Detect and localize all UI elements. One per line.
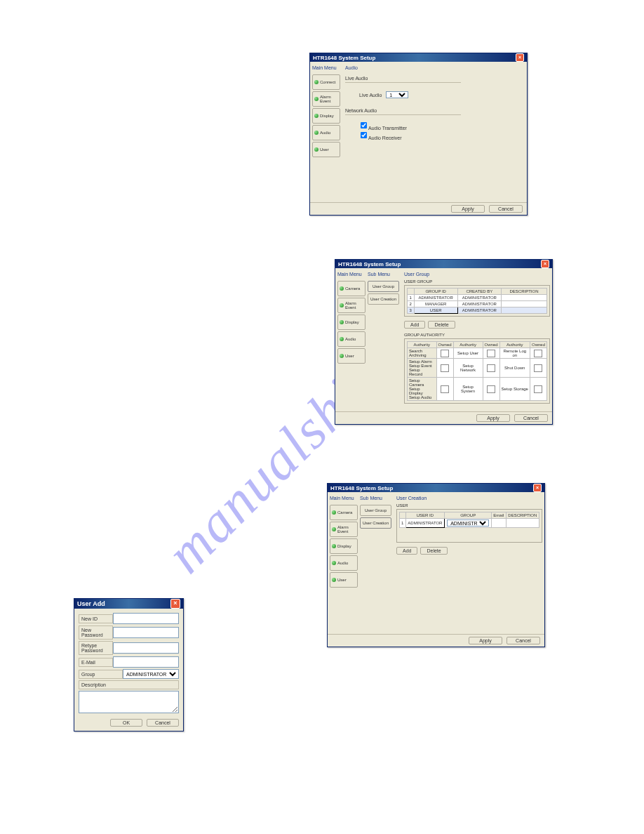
- authority-checkbox[interactable]: [441, 385, 449, 393]
- submenu-header: Sub Menu: [360, 494, 391, 503]
- menu-camera[interactable]: Camera: [337, 281, 365, 296]
- delete-button[interactable]: Delete: [420, 547, 447, 555]
- dialog-title: User Add: [77, 600, 105, 607]
- retype-password-input[interactable]: [113, 642, 179, 654]
- menu-audio[interactable]: Audio: [330, 555, 358, 571]
- dot-icon: [340, 320, 344, 324]
- user-label: USER: [396, 503, 542, 508]
- menu-alarm-event[interactable]: Alarm Event: [330, 522, 358, 537]
- submenu-user-group[interactable]: User Group: [360, 505, 391, 516]
- ok-button[interactable]: OK: [110, 719, 142, 727]
- dot-icon: [332, 510, 336, 515]
- menu-connect[interactable]: Connect: [312, 74, 340, 90]
- group-authority-table: Authority Owned Authority Owned Authorit…: [407, 341, 547, 401]
- menu-audio[interactable]: Audio: [312, 125, 340, 140]
- dot-icon: [314, 114, 318, 118]
- window-title: HTR1648 System Setup: [338, 261, 401, 267]
- table-row: SearchArchiving Setup User Remote Log on: [408, 348, 547, 359]
- dot-icon: [340, 354, 344, 358]
- live-audio-label: Live Audio: [359, 93, 382, 98]
- authority-checkbox[interactable]: [534, 385, 542, 393]
- menu-user[interactable]: User: [312, 142, 340, 157]
- audio-transmitter-checkbox[interactable]: [361, 122, 367, 128]
- authority-checkbox[interactable]: [534, 364, 542, 372]
- apply-button[interactable]: Apply: [469, 637, 502, 644]
- content-header: User Creation: [396, 494, 542, 503]
- section-live-audio: Live Audio: [345, 76, 368, 81]
- user-table: USER ID GROUP Email DESCRIPTION 1 ADMINI…: [399, 512, 539, 528]
- description-textarea[interactable]: [79, 691, 179, 713]
- content-header: User Group: [404, 270, 550, 279]
- titlebar: HTR1648 System Setup ×: [328, 484, 544, 492]
- dot-icon: [314, 80, 318, 84]
- close-icon[interactable]: ×: [170, 599, 180, 609]
- menu-user[interactable]: User: [330, 572, 358, 588]
- content-header: Audio: [345, 64, 525, 73]
- menu-camera[interactable]: Camera: [330, 505, 358, 520]
- authority-checkbox[interactable]: [441, 350, 449, 357]
- dot-icon: [332, 527, 336, 531]
- email-input[interactable]: [113, 656, 179, 668]
- audio-receiver-checkbox[interactable]: [361, 132, 367, 138]
- cancel-button[interactable]: Cancel: [507, 637, 540, 644]
- live-audio-select[interactable]: 1: [386, 91, 408, 98]
- submenu-user-creation[interactable]: User Creation: [360, 517, 391, 529]
- dot-icon: [314, 97, 318, 101]
- mainmenu-header: Main Menu: [330, 494, 358, 503]
- label-new-password: New Password: [79, 626, 113, 640]
- table-row[interactable]: 1 ADMINISTRATOR ADMINISTRATOR: [400, 519, 539, 528]
- dot-icon: [332, 561, 336, 565]
- menu-user[interactable]: User: [337, 348, 365, 364]
- menu-display[interactable]: Display: [330, 538, 358, 554]
- delete-button[interactable]: Delete: [428, 321, 455, 329]
- menu-audio[interactable]: Audio: [337, 331, 365, 347]
- window-user-creation: HTR1648 System Setup × Main Menu Camera …: [327, 483, 545, 647]
- menu-alarm-event[interactable]: Alarm Event: [312, 91, 340, 107]
- authority-checkbox[interactable]: [487, 385, 495, 393]
- group-authority-label: GROUP AUTHORITY: [404, 333, 550, 337]
- submenu-user-group[interactable]: User Group: [368, 281, 399, 292]
- group-select[interactable]: ADMINISTRATOR: [447, 519, 489, 527]
- authority-checkbox[interactable]: [487, 350, 495, 357]
- new-id-input[interactable]: [113, 613, 179, 624]
- usergroup-table: GROUP ID CREATED BY DESCRIPTION 1ADMINIS…: [407, 288, 547, 314]
- titlebar: HTR1648 System Setup ×: [335, 260, 552, 268]
- new-password-input[interactable]: [113, 627, 179, 638]
- table-row[interactable]: 3USERADMINISTRATOR: [408, 307, 547, 314]
- window-user-group: HTR1648 System Setup × Main Menu Camera …: [335, 259, 553, 425]
- group-select[interactable]: ADMINISTRATOR: [123, 669, 179, 679]
- cancel-button[interactable]: Cancel: [489, 205, 523, 213]
- mainmenu-header: Main Menu: [337, 270, 365, 279]
- label-retype-password: Retype Password: [79, 641, 113, 655]
- titlebar: HTR1648 System Setup ×: [310, 53, 527, 62]
- authority-checkbox[interactable]: [441, 364, 449, 372]
- cancel-button[interactable]: Cancel: [514, 414, 548, 422]
- usergroup-label: USER GROUP: [404, 279, 550, 284]
- table-row[interactable]: 2MANAGERADMINISTRATOR: [408, 301, 547, 307]
- close-icon[interactable]: ×: [533, 484, 542, 492]
- dot-icon: [340, 303, 344, 307]
- label-group: Group: [79, 670, 123, 679]
- add-button[interactable]: Add: [396, 547, 417, 555]
- menu-display[interactable]: Display: [312, 108, 340, 124]
- menu-display[interactable]: Display: [337, 315, 365, 330]
- submenu-user-creation[interactable]: User Creation: [368, 293, 399, 305]
- cancel-button[interactable]: Cancel: [147, 719, 179, 727]
- section-network-audio: Network Audio: [345, 108, 377, 113]
- window-title: HTR1648 System Setup: [313, 55, 375, 61]
- add-button[interactable]: Add: [404, 321, 425, 329]
- table-row[interactable]: 1ADMINISTRATORADMINISTRATOR: [408, 295, 547, 301]
- label-description: Description: [79, 680, 179, 689]
- dot-icon: [314, 131, 318, 135]
- menu-alarm-event[interactable]: Alarm Event: [337, 298, 365, 313]
- label-new-id: New ID: [79, 614, 113, 623]
- dot-icon: [332, 544, 336, 548]
- authority-checkbox[interactable]: [487, 364, 495, 372]
- apply-button[interactable]: Apply: [476, 414, 510, 422]
- close-icon[interactable]: ×: [516, 53, 524, 62]
- close-icon[interactable]: ×: [541, 260, 549, 268]
- apply-button[interactable]: Apply: [451, 205, 485, 213]
- dot-icon: [332, 578, 336, 582]
- dot-icon: [340, 286, 344, 291]
- authority-checkbox[interactable]: [534, 350, 542, 357]
